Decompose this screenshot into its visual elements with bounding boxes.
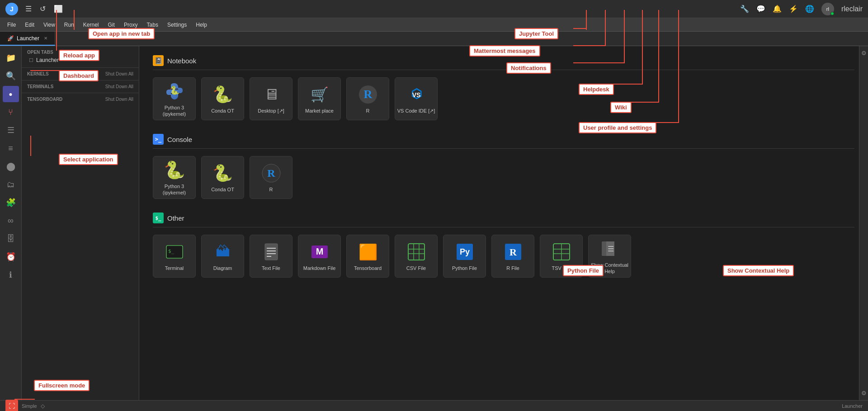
avatar-initials: rl — [826, 6, 829, 12]
top-bar: J ☰ ↺ ⬜ 🔧 💬 🔔 ⚡ 🌐 rl rleclair — [0, 0, 868, 18]
tab-launcher-label: Launcher — [17, 35, 39, 42]
other-rfile-card[interactable]: R R File — [491, 235, 534, 278]
other-csv-card[interactable]: CSV File — [395, 235, 438, 278]
right-settings-top-icon[interactable]: ⚙ — [861, 50, 867, 57]
mattermost-icon[interactable]: 💬 — [756, 5, 765, 13]
other-terminal-card[interactable]: $_ Terminal — [153, 235, 196, 278]
right-settings-bottom-icon[interactable]: ⚙ — [861, 390, 867, 397]
app-logo[interactable]: J — [5, 3, 18, 15]
other-rfile-icon: R — [502, 241, 524, 263]
svg-rect-10 — [265, 244, 278, 260]
other-textfile-card[interactable]: Text File — [250, 235, 292, 278]
helpdesk-icon[interactable]: ⚡ — [789, 5, 798, 13]
notebook-section: 📓 Notebook — [153, 55, 854, 120]
sidebar-item-git[interactable]: ⑂ — [3, 104, 19, 120]
menu-help[interactable]: Help — [192, 21, 211, 29]
tab-launcher[interactable]: 🚀 Launcher ✕ — [0, 32, 55, 46]
console-section-icon: >_ — [153, 134, 164, 145]
other-tsvfile-card[interactable]: TSV File — [540, 235, 583, 278]
terminals-title: TERMINALS — [27, 84, 53, 89]
notebook-conda-card[interactable]: 🐍 Conda OT — [201, 77, 244, 120]
console-conda-card[interactable]: 🐍 Conda OT — [201, 156, 244, 199]
sidebar-item-pipeline[interactable]: ∞ — [3, 213, 19, 229]
menu-tabs[interactable]: Tabs — [143, 21, 162, 29]
other-terminal-icon: $_ — [164, 241, 185, 263]
username-label: rleclair — [841, 5, 863, 13]
sidebar-item-files[interactable]: 🗂 — [3, 176, 19, 193]
sidebar-item-debugger[interactable]: ⬤ — [3, 158, 19, 175]
tensorboard-title: TENSORBOARD — [27, 97, 62, 102]
console-heading-text: Console — [167, 136, 192, 143]
menu-edit[interactable]: Edit — [21, 21, 38, 29]
console-conda-icon: 🐍 — [212, 162, 234, 184]
console-r-icon: R — [260, 162, 282, 184]
other-tensorboard-card[interactable]: 🟧 Tensorboard — [346, 235, 389, 278]
bottom-left: ⛶ Simple ◇ — [5, 400, 45, 411]
notebook-marketplace-card[interactable]: 🛒 Market place — [298, 77, 341, 120]
bottom-status-text: Simple — [22, 403, 37, 409]
notebook-desktop-card[interactable]: 🖥 Desktop [↗] — [250, 77, 292, 120]
menu-kernel[interactable]: Kernel — [80, 21, 103, 29]
other-diagram-label: Diagram — [213, 265, 232, 271]
other-pythonfile-card[interactable]: Py Python File — [443, 235, 486, 278]
notebook-vscode-card[interactable]: ⬡ VS VS Code IDE [↗] — [395, 77, 438, 120]
notifications-icon[interactable]: 🔔 — [773, 5, 782, 13]
other-tsvfile-label: TSV File — [552, 265, 571, 271]
notebook-python3-card[interactable]: 🐍 Python 3(ipykernel) — [153, 77, 196, 120]
tab-close-icon[interactable]: ✕ — [44, 36, 47, 41]
other-textfile-icon — [260, 241, 282, 263]
menu-run[interactable]: Run — [61, 21, 78, 29]
new-tab-icon[interactable]: ⬜ — [54, 5, 63, 13]
sidebar-item-datasources[interactable]: 🗄 — [3, 231, 19, 247]
console-python3-label: Python 3(ipykernel) — [163, 184, 186, 195]
open-tab-launcher[interactable]: ☐ Launcher — [22, 56, 139, 65]
svg-text:☰: ☰ — [608, 245, 614, 253]
wiki-icon[interactable]: 🌐 — [805, 5, 814, 13]
sidebar-item-running[interactable]: ● — [3, 86, 19, 102]
notebook-conda-label: Conda OT — [211, 108, 234, 114]
sidebar-item-commands[interactable]: ☰ — [3, 122, 19, 138]
kernels-shutdown[interactable]: Shut Down All — [105, 71, 133, 76]
terminals-shutdown[interactable]: Shut Down All — [105, 84, 133, 89]
menu-proxy[interactable]: Proxy — [120, 21, 142, 29]
sidebar-item-extensions[interactable]: 🧩 — [3, 194, 19, 211]
open-tabs-header: OPEN TABS — [22, 49, 139, 56]
other-textfile-label: Text File — [262, 265, 280, 271]
menu-file[interactable]: File — [4, 21, 19, 29]
sidebar-item-folder[interactable]: 📁 — [3, 50, 19, 66]
console-r-card[interactable]: R R — [250, 156, 292, 199]
online-indicator — [830, 12, 834, 15]
console-heading: >_ Console — [153, 134, 854, 149]
console-python3-card[interactable]: 🐍 Python 3(ipykernel) — [153, 156, 196, 199]
reload-icon[interactable]: ↺ — [40, 5, 46, 13]
sidebar-item-info[interactable]: ℹ — [3, 267, 19, 283]
notebook-desktop-icon: 🖥 — [260, 84, 282, 105]
svg-text:$_: $_ — [168, 248, 175, 254]
other-heading: $_ Other — [153, 213, 854, 227]
menu-view[interactable]: View — [40, 21, 59, 29]
other-markdown-card[interactable]: M Markdown File — [298, 235, 341, 278]
notebook-r-card[interactable]: R R — [346, 77, 389, 120]
user-avatar[interactable]: rl — [821, 3, 834, 15]
sidebar-item-property[interactable]: ≡ — [3, 140, 19, 156]
sidebar-item-search[interactable]: 🔍 — [3, 68, 19, 84]
svg-text:VS: VS — [412, 91, 420, 99]
menu-git[interactable]: Git — [104, 21, 118, 29]
sidebar-item-scheduler[interactable]: ⏰ — [3, 249, 19, 265]
jupyter-tool-icon[interactable]: 🔧 — [740, 5, 749, 13]
other-tensorboard-label: Tensorboard — [354, 265, 382, 271]
fullscreen-button[interactable]: ⛶ — [5, 400, 18, 411]
menu-icon[interactable]: ☰ — [25, 5, 32, 13]
other-diagram-card[interactable]: 🏔 Diagram — [201, 235, 244, 278]
open-tabs-title: OPEN TABS — [27, 50, 53, 55]
menu-settings[interactable]: Settings — [164, 21, 190, 29]
svg-text:🐍: 🐍 — [170, 85, 180, 95]
other-contextualhelp-icon: ☰ — [599, 238, 621, 260]
tensorboard-shutdown[interactable]: Shut Down All — [105, 97, 133, 102]
top-bar-right: 🔧 💬 🔔 ⚡ 🌐 rl rleclair — [740, 3, 863, 15]
other-contextualhelp-card[interactable]: ☰ Show ContextualHelp — [588, 235, 631, 278]
content-area: 📓 Notebook — [139, 46, 868, 400]
console-r-label: R — [269, 187, 273, 193]
other-pythonfile-icon: Py — [454, 241, 476, 263]
notebook-marketplace-label: Market place — [305, 108, 334, 114]
